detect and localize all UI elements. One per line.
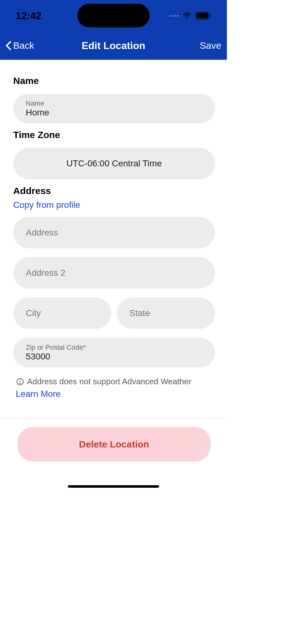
status-icons: [169, 12, 211, 19]
status-time: 12:42: [16, 10, 41, 22]
delete-location-button[interactable]: Delete Location: [18, 427, 211, 462]
name-field-label: Name: [26, 99, 202, 108]
timezone-section-label: Time Zone: [13, 130, 215, 140]
zip-field-value: 53000: [26, 352, 202, 362]
wifi-icon: [182, 12, 192, 19]
battery-icon: [195, 12, 211, 19]
device-notch: [77, 4, 150, 27]
warning-icon: [16, 378, 24, 386]
city-placeholder: City: [26, 308, 99, 318]
address-field[interactable]: Address: [13, 217, 215, 248]
chevron-left-icon: [6, 41, 11, 50]
copy-from-profile-link[interactable]: Copy from profile: [13, 200, 215, 210]
name-field-value: Home: [26, 108, 202, 118]
svg-rect-1: [197, 13, 208, 18]
svg-point-5: [20, 383, 20, 384]
page-title: Edit Location: [82, 40, 146, 52]
zip-field[interactable]: Zip or Postal Code* 53000: [13, 338, 215, 367]
timezone-field[interactable]: UTC-06:00 Central Time: [13, 148, 215, 179]
warning-text: Address does not support Advanced Weathe…: [27, 377, 191, 386]
nav-bar: Back Edit Location Save: [0, 31, 227, 60]
back-label: Back: [13, 40, 34, 51]
timezone-value: UTC-06:00 Central Time: [26, 158, 202, 169]
address2-field[interactable]: Address 2: [13, 257, 215, 289]
city-field[interactable]: City: [13, 297, 111, 329]
delete-label: Delete Location: [30, 439, 199, 450]
name-section-label: Name: [13, 75, 215, 86]
svg-rect-2: [210, 14, 211, 17]
save-button[interactable]: Save: [200, 40, 221, 51]
home-indicator[interactable]: [68, 485, 159, 488]
signal-icon: [169, 15, 179, 17]
state-placeholder: State: [129, 308, 202, 318]
state-field[interactable]: State: [117, 297, 215, 329]
address-section-label: Address: [13, 186, 215, 196]
learn-more-link[interactable]: Learn More: [13, 389, 215, 399]
address2-placeholder: Address 2: [26, 268, 202, 278]
name-field[interactable]: Name Home: [13, 94, 215, 123]
zip-field-label: Zip or Postal Code*: [26, 343, 202, 352]
address-placeholder: Address: [26, 228, 202, 238]
back-button[interactable]: Back: [6, 40, 34, 51]
warning-row: Address does not support Advanced Weathe…: [13, 377, 215, 386]
form-content: Name Name Home Time Zone UTC-06:00 Centr…: [0, 60, 227, 470]
status-bar: 12:42: [0, 0, 227, 31]
